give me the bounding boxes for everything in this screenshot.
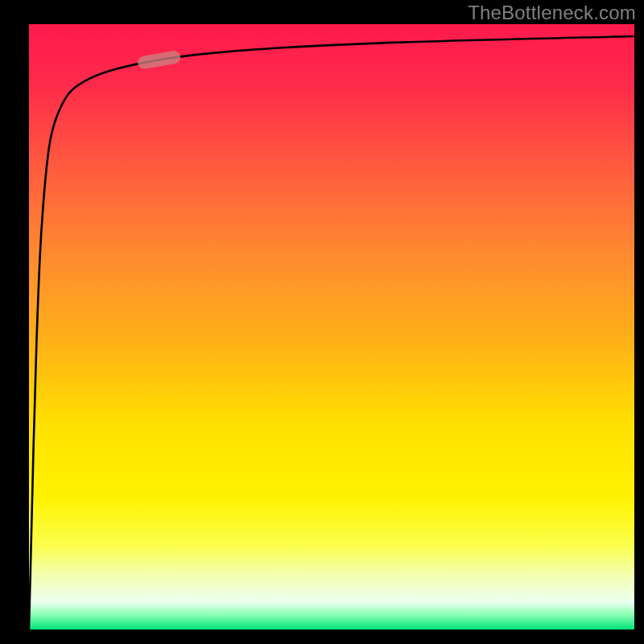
watermark-label: TheBottleneck.com [468,2,636,24]
plot-frame [29,24,634,630]
chart-canvas: TheBottleneck.com [0,0,644,644]
plot-svg [29,24,634,630]
plot-background [29,24,634,630]
